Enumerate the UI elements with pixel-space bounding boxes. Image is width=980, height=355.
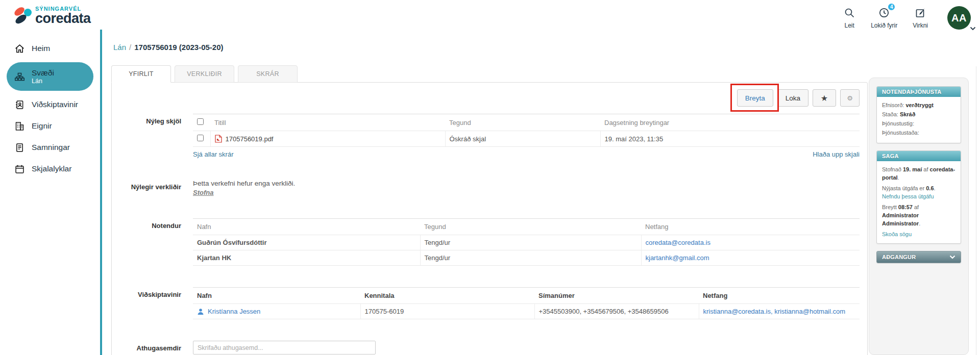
clients-section: Viðskiptavinir Nafn Kennitala Símanúmer …	[120, 287, 860, 319]
search-label: Leit	[845, 22, 854, 29]
tab-verklidir[interactable]: VERKLIÐIR	[175, 65, 234, 83]
search-icon	[843, 6, 855, 19]
recent-tasks-section: Nýlegir verkliðir Þetta verkefni hefur e…	[120, 180, 860, 197]
sidebar: Heim Svæði Lán	[0, 31, 101, 355]
service-panel-title: NOTENDAÞJÓNUSTA	[877, 87, 961, 97]
user-email-link[interactable]: kjartanhk@gmail.com	[646, 254, 709, 262]
recent-documents-section: Nýleg skjöl Titill Tegund Dagsetning bre…	[120, 114, 860, 158]
column-header-name: Nafn	[193, 288, 360, 304]
sidebar-item-svaedi[interactable]: Svæði Lán	[7, 62, 93, 91]
column-header-type: Tegund	[445, 114, 600, 131]
access-panel-title: AÐGANGUR	[882, 254, 916, 260]
see-all-files-link[interactable]: Sjá allar skrár	[193, 150, 233, 158]
pdf-icon	[215, 135, 222, 143]
sitemap-icon	[14, 71, 26, 82]
favorite-star-button[interactable]: ★	[813, 89, 836, 107]
client-ssn: 170575-6019	[360, 304, 534, 319]
sidebar-item-label: Eignir	[32, 121, 52, 131]
sidebar-item-eignir[interactable]: Eignir	[0, 115, 101, 137]
tasks-empty-text: Þetta verkefni hefur enga verkliði.	[193, 180, 860, 187]
calendar-icon	[14, 163, 26, 174]
completed-action[interactable]: 4 Lokið fyrir	[871, 6, 897, 29]
sidebar-item-label: Samningar	[32, 143, 70, 152]
comment-input[interactable]	[193, 341, 376, 354]
table-row: Kristíanna Jessen 170575-6019 +354550390…	[193, 304, 860, 319]
close-button[interactable]: Loka	[777, 89, 808, 107]
tab-skrar[interactable]: SKRÁR	[238, 65, 298, 83]
comments-label: Athugasemdir	[120, 341, 181, 354]
home-icon	[14, 43, 26, 54]
users-table: Nafn Tegund Netfang Guðrún Ósvífursdótti…	[193, 218, 860, 266]
client-name-link[interactable]: Kristíanna Jessen	[208, 308, 260, 315]
table-header-row: Nafn Tegund Netfang	[193, 219, 860, 235]
history-panel-title: SAGA	[877, 151, 961, 161]
user-menu[interactable]: AA	[947, 6, 971, 30]
select-all-checkbox[interactable]	[197, 118, 204, 125]
coredata-logo[interactable]: SÝNINGARVÉL coredata	[13, 5, 91, 27]
scrollbar-track-line	[976, 66, 976, 355]
avatar[interactable]: AA	[947, 6, 971, 30]
logo-text: SÝNINGARVÉL coredata	[35, 6, 91, 26]
recent-documents-table: Titill Tegund Dagsetning breytingar	[193, 114, 860, 147]
document-type: Óskráð skjal	[445, 131, 600, 147]
right-rail: NOTENDAÞJÓNUSTA Efnisorð: verðtryggt Sta…	[869, 78, 969, 355]
history-created-line: Stofnað 19. maí af coredata-portal.	[882, 165, 955, 182]
column-header-email: Netfang	[699, 288, 860, 304]
breadcrumb-separator: /	[129, 43, 131, 52]
column-header-ssn: Kennitala	[360, 288, 534, 304]
activity-icon	[914, 6, 926, 19]
activity-action[interactable]: Virkni	[913, 6, 928, 29]
recent-documents-label: Nýleg skjöl	[120, 114, 181, 158]
completed-badge: 4	[887, 3, 896, 11]
user-name: Guðrún Ósvífursdóttir	[193, 235, 420, 250]
chevron-down-icon	[970, 27, 976, 31]
client-email-link[interactable]: kristianna@coredata.is, kristianna@hotma…	[703, 308, 846, 315]
person-icon	[197, 308, 204, 315]
sidebar-item-skjalalyklar[interactable]: Skjalalyklar	[0, 158, 101, 180]
settings-gear-button[interactable]: ⚙	[840, 89, 860, 107]
upload-document-link[interactable]: Hlaða upp skjali	[813, 150, 860, 158]
main-content: Lán/1705756019 (2023-05-20) YFIRLIT VERK…	[102, 31, 868, 355]
comments-section: Athugasemdir	[120, 341, 860, 354]
row-checkbox[interactable]	[197, 135, 204, 141]
sidebar-item-label: Skjalalyklar	[32, 164, 71, 173]
edit-button[interactable]: Breyta	[737, 89, 773, 107]
table-header-row: Titill Tegund Dagsetning breytingar	[193, 114, 860, 131]
user-type: Tengd/ur	[420, 250, 641, 266]
client-phone: +3545503900, +3545679506, +3548659506	[534, 304, 699, 319]
sidebar-item-heim[interactable]: Heim	[0, 38, 101, 59]
document-link[interactable]: 1705756019.pdf	[226, 135, 274, 143]
clients-table: Nafn Kennitala Símanúmer Netfang	[193, 287, 860, 319]
table-header-row: Nafn Kennitala Símanúmer Netfang	[193, 288, 860, 304]
logo-name: coredata	[35, 12, 91, 26]
view-history-link[interactable]: Skoða sögu	[882, 230, 912, 238]
access-panel-toggle[interactable]: AÐGANGUR	[876, 251, 961, 263]
chevron-down-icon	[949, 255, 955, 259]
topbar: SÝNINGARVÉL coredata Leit 4	[0, 0, 980, 31]
sidebar-item-samningar[interactable]: Samningar	[0, 137, 101, 158]
service-field: Þjónustustaða:	[882, 129, 955, 137]
create-task-link[interactable]: Stofna	[193, 189, 213, 196]
search-action[interactable]: Leit	[843, 6, 855, 29]
sidebar-item-vidskiptavinir[interactable]: Viðskiptavinir	[0, 94, 101, 115]
tab-yfirlit[interactable]: YFIRLIT	[111, 65, 171, 83]
history-panel: SAGA Stofnað 19. maí af coredata-portal.…	[876, 150, 961, 244]
coredata-logo-icon	[13, 5, 34, 27]
service-field: Efnisorð: verðtryggt	[882, 101, 955, 109]
user-name: Kjartan HK	[193, 250, 420, 266]
app: SÝNINGARVÉL coredata Leit 4	[0, 0, 980, 355]
breadcrumb-current: 1705756019 (2023-05-20)	[134, 43, 223, 52]
contract-icon	[14, 142, 26, 153]
topbar-actions: Leit 4 Lokið fyrir Virkni	[843, 6, 971, 30]
clock-icon: 4	[878, 6, 890, 19]
activity-label: Virkni	[913, 22, 928, 29]
name-version-link[interactable]: Nefndu þessa útgáfu	[882, 192, 934, 200]
column-header-modified: Dagsetning breytingar	[600, 114, 860, 131]
user-email-link[interactable]: coredata@coredata.is	[646, 239, 710, 246]
column-header-phone: Símanúmer	[534, 288, 699, 304]
panel-toolbar: Breyta Loka ★ ⚙	[112, 83, 867, 114]
breadcrumb-root-link[interactable]: Lán	[113, 43, 126, 52]
building-icon	[14, 120, 26, 132]
column-header-title: Titill	[210, 114, 445, 131]
contacts-icon	[14, 99, 26, 110]
